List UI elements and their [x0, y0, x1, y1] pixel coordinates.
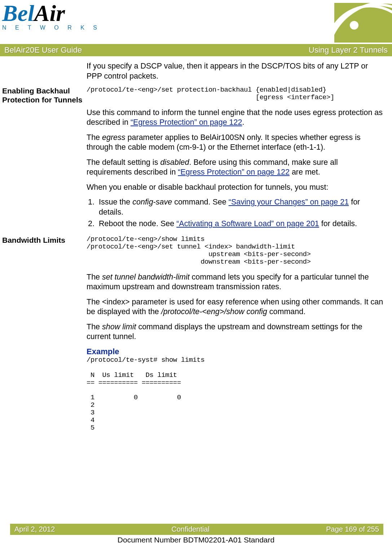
section-heading-backhaul: Enabling Backhaul Protection for Tunnels [2, 86, 87, 104]
svg-point-1 [350, 21, 358, 30]
backhaul-steps: Issue the config-save command. See “Savi… [87, 197, 383, 229]
title-left: BelAir20E User Guide [4, 45, 82, 55]
logo-text-black: Air [34, 0, 65, 26]
section-heading-bandwidth: Bandwidth Limits [2, 236, 87, 245]
bandwidth-p1: The set tunnel bandwidth-limit command l… [87, 272, 383, 292]
bandwidth-p3: The show limit command displays the upst… [87, 322, 383, 342]
example-output: /protocol/te-syst# show limits N Us limi… [87, 356, 383, 432]
link-egress-protection-1[interactable]: “Egress Protection” on page 122 [131, 118, 242, 127]
backhaul-p3: The default setting is disabled. Before … [87, 158, 383, 177]
decorative-arc-icon [334, 3, 392, 43]
footer-bar: April 2, 2012 Confidential Page 169 of 2… [10, 524, 383, 535]
footer-confidential: Confidential [171, 525, 210, 533]
bandwidth-p2: The <index> parameter is used for easy r… [87, 297, 383, 317]
link-saving-changes[interactable]: “Saving your Changes” on page 21 [229, 198, 349, 206]
backhaul-p1: Use this command to inform the tunnel en… [87, 108, 383, 128]
footer-date: April 2, 2012 [14, 525, 55, 533]
logo: BelAir N E T W O R K S [2, 3, 101, 31]
link-egress-protection-2[interactable]: “Egress Protection” on page 122 [178, 168, 290, 176]
backhaul-p4: When you enable or disable backhaul prot… [87, 183, 383, 193]
title-bar: BelAir20E User Guide Using Layer 2 Tunne… [0, 44, 392, 56]
logo-text-blue: Bel [2, 0, 34, 26]
link-activating-load[interactable]: “Activating a Software Load” on page 201 [176, 219, 319, 228]
example-heading: Example [87, 347, 383, 356]
code-block-backhaul: /protocol/te-<eng>/set protection-backha… [87, 86, 383, 101]
intro-paragraph: If you specify a DSCP value, then it app… [87, 61, 383, 81]
list-item: Reboot the node. See “Activating a Softw… [97, 219, 383, 229]
footer-page: Page 169 of 255 [326, 525, 379, 533]
backhaul-p2: The egress parameter applies to BelAir10… [87, 133, 383, 153]
document-number: Document Number BDTM02201-A01 Standard [0, 535, 392, 545]
logo-subtext: N E T W O R K S [2, 25, 101, 31]
title-right: Using Layer 2 Tunnels [309, 45, 388, 55]
code-block-bandwidth: /protocol/te-<eng>/show limits /protocol… [87, 236, 383, 266]
list-item: Issue the config-save command. See “Savi… [97, 197, 383, 217]
